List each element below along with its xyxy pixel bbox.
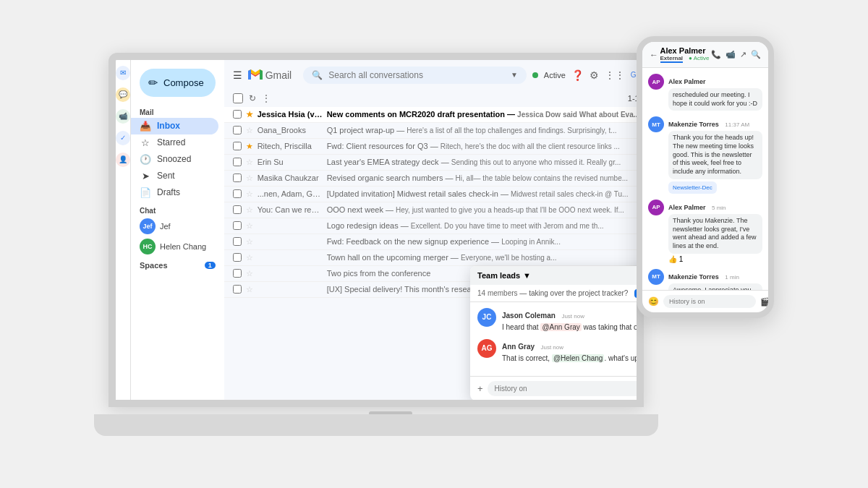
phone-sender-1: Alex Palmer xyxy=(668,78,706,85)
table-row[interactable]: ☆ Fwd: Feedback on the new signup experi… xyxy=(224,234,644,250)
star-icon[interactable]: ☆ xyxy=(246,237,253,247)
row-checkbox[interactable] xyxy=(233,126,242,134)
row-checkbox[interactable] xyxy=(233,253,242,262)
sidebar-item-starred[interactable]: ☆ Starred xyxy=(131,134,218,151)
contacts-icon[interactable]: 👤 xyxy=(116,153,130,167)
tl-add-button[interactable]: + xyxy=(477,383,483,394)
row-checkbox[interactable] xyxy=(233,285,242,294)
phone-msg-body-1: Alex Palmer rescheduled our meeting. I h… xyxy=(668,74,762,111)
chat-item-jef[interactable]: Jef Jef xyxy=(131,216,224,236)
gmail-m-logo xyxy=(248,69,263,81)
sender: Oana_Brooks xyxy=(258,126,323,134)
table-row[interactable]: ☆ Erin Su Last year's EMEA strategy deck… xyxy=(224,155,644,171)
sidebar-item-snoozed[interactable]: 🕐 Snoozed xyxy=(131,151,218,168)
compose-button[interactable]: ✏ Compose xyxy=(140,69,216,97)
meet-icon[interactable]: 📹 xyxy=(116,109,130,124)
phone-input[interactable] xyxy=(663,295,756,308)
help-icon[interactable]: ❓ xyxy=(571,69,584,81)
table-row[interactable]: ★ Ritech, Priscilla Fwd: Client resource… xyxy=(224,139,644,155)
status-dot xyxy=(532,72,538,78)
hamburger-icon[interactable]: ☰ xyxy=(233,69,242,81)
subject: Q1 project wrap-up — Here's a list of al… xyxy=(327,126,639,134)
row-checkbox[interactable] xyxy=(233,158,242,166)
table-row[interactable]: ☆ Masika Chaukzar Revised organic search… xyxy=(224,171,644,187)
tl-input[interactable] xyxy=(488,381,644,396)
tasks-icon[interactable]: ✓ xyxy=(116,131,130,145)
star-icon[interactable]: ★ xyxy=(246,142,253,151)
search-dropdown-icon[interactable]: ▼ xyxy=(511,71,518,79)
apps-icon[interactable]: ⋮⋮ xyxy=(605,69,625,81)
tl-avatar-jason: JC xyxy=(477,308,496,327)
star-icon[interactable]: ☆ xyxy=(246,221,253,231)
search-input[interactable] xyxy=(328,70,505,80)
tl-time-jason: Just now xyxy=(561,313,584,320)
spaces-section: Spaces 1 Spaces 1 + 🍀 Project Clover xyxy=(131,257,224,274)
refresh-icon[interactable]: ↻ xyxy=(249,93,256,103)
search-bar[interactable]: 🔍 ▼ xyxy=(303,67,527,84)
drafts-label: Drafts xyxy=(157,187,180,197)
table-row[interactable]: ☆ Oana_Brooks Q1 project wrap-up — Here'… xyxy=(224,123,644,139)
tl-msg-content-jason: Jason Coleman Just now I heard that @Ann… xyxy=(502,308,644,332)
compose-label: Compose xyxy=(163,77,204,88)
row-checkbox[interactable] xyxy=(233,174,242,182)
tl-text-jason: I heard that @Ann Gray was taking that o… xyxy=(502,322,644,332)
phone-emoji-icon[interactable]: 😊 xyxy=(648,296,659,307)
star-icon[interactable]: ☆ xyxy=(246,174,253,183)
subject: OOO next week — Hey, just wanted to give… xyxy=(327,205,639,214)
row-checkbox[interactable] xyxy=(233,205,242,214)
select-all-checkbox[interactable] xyxy=(233,93,243,103)
sidebar-item-inbox[interactable]: 📥 Inbox xyxy=(131,118,218,134)
star-icon[interactable]: ☆ xyxy=(246,126,253,135)
phone-call-icon[interactable]: 📞 xyxy=(711,50,721,59)
phone-time-2: 11:37 AM xyxy=(725,121,749,128)
table-row[interactable]: ☆ You: Can we reschedule t... OOO next w… xyxy=(224,202,644,218)
star-icon[interactable]: ☆ xyxy=(246,189,253,199)
chat-item-helen[interactable]: HC Helen Chang xyxy=(131,236,224,257)
sidebar-item-sent[interactable]: ➤ Sent xyxy=(131,168,218,184)
sender: Jessica Hsia (via Google... xyxy=(258,110,323,119)
chat-icon[interactable]: 💬 xyxy=(116,87,130,102)
subject: Revised organic search numbers — Hi, all… xyxy=(327,174,639,182)
row-checkbox[interactable] xyxy=(233,189,242,198)
star-icon[interactable]: ☆ xyxy=(246,158,253,167)
sender: Masika Chaukzar xyxy=(258,174,323,182)
star-icon[interactable]: ☆ xyxy=(246,253,253,262)
table-row[interactable]: ★ Jessica Hsia (via Google... New commen… xyxy=(224,107,644,123)
row-checkbox[interactable] xyxy=(233,142,242,150)
phone-tab-active[interactable]: ● Active xyxy=(689,55,709,63)
tl-members: 14 members xyxy=(477,289,518,297)
table-row[interactable]: ☆ ...nen, Adam, Greg... [Updated invitat… xyxy=(224,187,644,202)
snoozed-label: Snoozed xyxy=(157,154,191,164)
phone-search-icon[interactable]: 🔍 xyxy=(751,50,761,59)
phone-video-icon[interactable]: 📹 xyxy=(726,50,736,59)
tl-dropdown-icon: ▼ xyxy=(523,271,531,280)
row-checkbox[interactable] xyxy=(233,269,242,278)
more-options-icon[interactable]: ⋮ xyxy=(262,93,271,103)
phone-back-icon[interactable]: ← xyxy=(650,50,658,60)
tl-avatar-ann: AG xyxy=(477,339,496,358)
laptop-base xyxy=(94,414,658,436)
subject: Last year's EMEA strategy deck — Sending… xyxy=(327,158,639,166)
phone-share-icon[interactable]: ↗ xyxy=(740,50,746,59)
phone-tab-external[interactable]: External xyxy=(660,55,684,63)
mail-section-label: Mail xyxy=(131,103,224,118)
star-icon[interactable]: ☆ xyxy=(246,285,253,294)
mail-icon[interactable]: ✉ xyxy=(116,66,130,80)
star-icon[interactable]: ★ xyxy=(246,110,253,119)
star-icon[interactable]: ☆ xyxy=(246,205,253,215)
phone-gif-icon[interactable]: 🎬 xyxy=(760,297,770,307)
settings-icon[interactable]: ⚙ xyxy=(590,69,599,81)
row-checkbox[interactable] xyxy=(233,221,242,230)
subject: Logo redesign ideas — Excellent. Do you … xyxy=(327,221,639,230)
row-checkbox[interactable] xyxy=(233,237,242,246)
table-row[interactable]: ☆ Town hall on the upcoming merger — Eve… xyxy=(224,250,644,266)
tl-text-ann: That is correct, @Helen Chang. what's up xyxy=(502,354,644,363)
inbox-icon: 📥 xyxy=(140,121,151,132)
star-icon[interactable]: ☆ xyxy=(246,269,253,278)
tl-footer: + ➤ xyxy=(470,376,644,401)
phone-top-bar: ← Alex Palmer External ● Active 📞 📹 ↗ 🔍 xyxy=(642,42,768,68)
sidebar-item-drafts[interactable]: 📄 Drafts xyxy=(131,184,218,201)
table-row[interactable]: ☆ Logo redesign ideas — Excellent. Do yo… xyxy=(224,218,644,234)
row-checkbox[interactable] xyxy=(233,110,242,119)
phone-sender-3: Alex Palmer xyxy=(668,204,706,211)
